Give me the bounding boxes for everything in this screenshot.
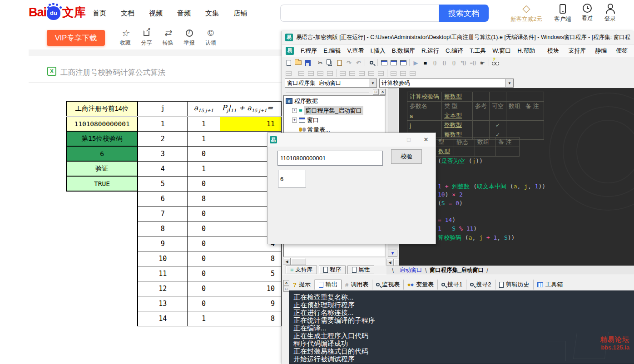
menu-H.帮助[interactable]: H.帮助 — [514, 47, 538, 55]
expand-icon[interactable]: + — [292, 118, 297, 123]
tree-root[interactable]: e 程序数据 — [284, 96, 385, 106]
action-分享[interactable]: 分享 — [136, 28, 157, 49]
minimize-button[interactable]: — — [382, 133, 396, 146]
menu-T.工具[interactable]: T.工具 — [466, 47, 489, 55]
vip-download-button[interactable]: VIP专享下载 — [47, 30, 105, 46]
paste-icon[interactable] — [335, 58, 344, 67]
menu-静编[interactable]: 静编 — [590, 47, 611, 55]
run-to-cursor-icon[interactable]: *{} — [459, 58, 468, 67]
align-bottom-icon[interactable] — [325, 69, 335, 78]
step-over-icon[interactable]: {} — [440, 58, 449, 67]
output-tab-工具箱[interactable]: 工具箱 — [534, 280, 567, 290]
layout-right-icon[interactable] — [398, 58, 408, 67]
header-item-4[interactable]: 登录 — [596, 4, 624, 23]
scrollbar-thumb[interactable] — [394, 259, 399, 266]
align-top-icon[interactable] — [316, 69, 325, 78]
menu-I.插入[interactable]: I.插入 — [367, 47, 389, 55]
output-close-button[interactable]: ✕ — [283, 280, 289, 286]
redo-icon[interactable]: ↷ — [344, 58, 354, 67]
center-vertical-icon[interactable] — [347, 69, 357, 78]
action-举报[interactable]: 举报 — [178, 28, 200, 49]
run-icon[interactable]: ▶ — [411, 58, 421, 67]
output-tab-搜寻1[interactable]: 搜寻1 — [438, 280, 466, 290]
menu-支持库[interactable]: 支持库 — [564, 47, 590, 55]
check-code-result-field[interactable] — [278, 170, 306, 187]
tab-支持库[interactable]: ≡支持库 — [286, 266, 317, 274]
output-float-button[interactable]: □ — [283, 286, 289, 292]
action-转换[interactable]: ⇄转换 — [157, 28, 178, 49]
undo-icon[interactable]: ↶ — [354, 58, 363, 67]
step-into-icon[interactable]: {} — [430, 58, 440, 67]
search-input[interactable] — [280, 5, 439, 22]
output-tab-变量表[interactable]: ◆◆变量表 — [404, 280, 438, 290]
menu-B.数据库[interactable]: B.数据库 — [389, 47, 418, 55]
splitter[interactable] — [282, 275, 634, 279]
editor-mini-hscroll[interactable]: ◀ — [386, 259, 399, 266]
nav-item-1[interactable]: 首页 — [93, 9, 106, 18]
nav-item-4[interactable]: 音频 — [177, 9, 191, 18]
nav-item-3[interactable]: 视频 — [149, 9, 163, 18]
menu-F.程序[interactable]: F.程序 — [297, 47, 320, 55]
layout-left-icon[interactable] — [379, 58, 389, 67]
output-tab-调用表[interactable]: #调用表 — [342, 280, 372, 290]
menu-R.运行[interactable]: R.运行 — [418, 47, 442, 55]
find-in-code-icon[interactable] — [367, 58, 376, 67]
verify-button[interactable]: 校验 — [391, 149, 422, 164]
save-icon[interactable] — [303, 58, 312, 67]
menu-C.编译[interactable]: C.编译 — [442, 47, 466, 55]
registration-number-input[interactable] — [277, 151, 383, 166]
layout-bottom-icon[interactable] — [389, 58, 398, 67]
scrollbar-track[interactable] — [306, 258, 386, 266]
center-horizontal-icon[interactable] — [338, 69, 347, 78]
ide-title-bar[interactable]: 易 易语言-加密狗版 [正在运行] - C:\Users\Administrat… — [282, 31, 634, 44]
expand-icon[interactable]: + — [292, 108, 297, 113]
close-icon[interactable]: ✕ — [419, 133, 433, 146]
scroll-left-icon[interactable]: ◀ — [386, 259, 394, 266]
action-收藏[interactable]: ☆收藏 — [114, 28, 136, 49]
scrollbar-thumb[interactable] — [291, 258, 306, 265]
output-tab-输出[interactable]: 输出 — [315, 280, 342, 290]
menu-便签[interactable]: 便签 — [611, 47, 632, 55]
cut-icon[interactable]: ✂ — [316, 58, 325, 67]
tab-程序[interactable]: 程序 — [319, 266, 346, 274]
output-tab-提示[interactable]: ?提示 — [289, 280, 315, 290]
find-next-icon[interactable] — [490, 58, 500, 67]
nav-item-2[interactable]: 文档 — [121, 9, 134, 18]
search-button[interactable]: 搜索文档 — [439, 5, 489, 22]
panel-close-button[interactable]: ✕ — [380, 89, 386, 95]
action-认领[interactable]: ©认领 — [200, 28, 221, 49]
menu-V.查看[interactable]: V.查看 — [344, 47, 367, 55]
header-item-2[interactable]: 客户端 — [549, 4, 577, 23]
copy-icon[interactable] — [325, 58, 335, 67]
output-tab-监视表[interactable]: 监视表 — [372, 280, 404, 290]
stop-icon[interactable]: ■ — [421, 58, 430, 67]
chevron-down-icon[interactable]: ▼ — [505, 79, 513, 87]
maximize-button[interactable]: □ — [402, 133, 416, 146]
scroll-left-icon[interactable]: ◀ — [283, 258, 291, 265]
chevron-down-icon[interactable]: ▼ — [369, 79, 376, 87]
menu-E.编辑[interactable]: E.编辑 — [320, 47, 344, 55]
new-file-icon[interactable] — [284, 58, 293, 67]
same-height-icon[interactable] — [398, 69, 408, 78]
nav-item-6[interactable]: 店铺 — [233, 9, 247, 18]
menu-词库▼[interactable]: 词库▼ — [632, 47, 634, 55]
baidu-wenku-logo[interactable]: Bai du 文库 — [29, 5, 86, 20]
panel-float-button[interactable]: □ — [373, 89, 379, 95]
pause-icon[interactable]: ={} — [468, 58, 478, 67]
tree-item-窗口[interactable]: +窗口 — [284, 115, 385, 125]
tree-item-窗口程序集_启动窗口[interactable]: +≡窗口程序集_启动窗口 — [284, 106, 385, 115]
space-down-icon[interactable] — [376, 69, 386, 78]
window-tab-窗口程序集_启动窗口[interactable]: 窗口程序集_启动窗口 — [430, 266, 484, 274]
nav-item-5[interactable]: 文集 — [205, 9, 219, 18]
snap-grid-icon[interactable] — [284, 69, 293, 78]
menu-模块[interactable]: 模块 — [543, 47, 564, 55]
window-tab-_启动窗口[interactable]: _启动窗口 — [396, 266, 422, 274]
output-tab-搜寻2[interactable]: 搜寻2 — [466, 280, 495, 290]
align-right-icon[interactable] — [306, 69, 316, 78]
hand-icon[interactable]: ☛ — [478, 58, 487, 67]
step-out-icon[interactable]: {} — [449, 58, 459, 67]
same-width-icon[interactable] — [389, 69, 398, 78]
tree-horizontal-scrollbar[interactable]: ◀ — [283, 258, 386, 266]
assembly-combobox[interactable]: 窗口程序集_启动窗口 ▼ — [285, 79, 377, 88]
menu-W.窗口[interactable]: W.窗口 — [489, 47, 514, 55]
